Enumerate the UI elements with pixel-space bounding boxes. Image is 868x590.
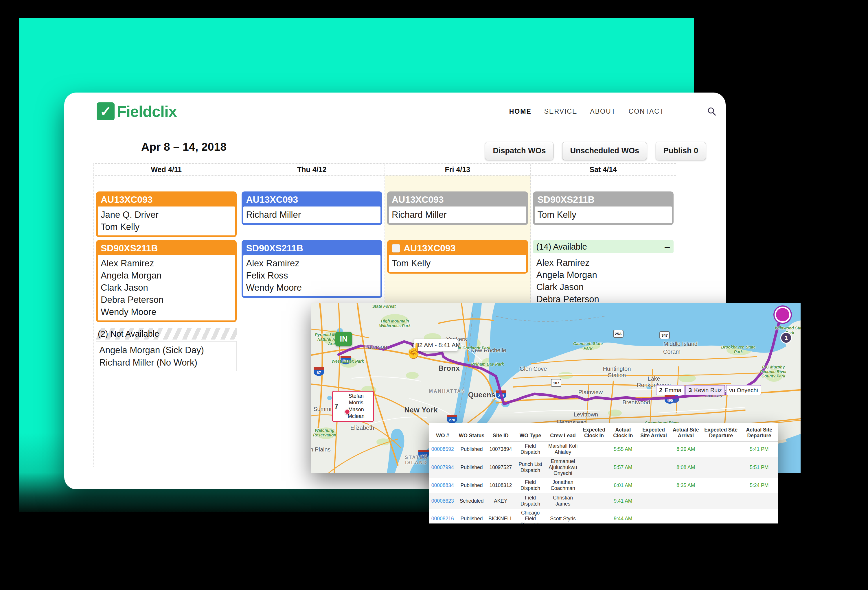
wo-status: Published	[456, 478, 487, 493]
crew-member[interactable]: Angela Morgan	[101, 270, 232, 282]
map-city-label: Elizabeth	[350, 425, 374, 431]
nav-service[interactable]: SERVICE	[544, 108, 577, 115]
map-city-label: Bronx	[438, 364, 460, 373]
screenshot-root: ✓ Fieldclix HOME SERVICE ABOUT CONTACT A…	[0, 0, 868, 590]
site-id: 10073894	[487, 441, 514, 457]
schedule-card[interactable]: SD90XS211B Alex RamirezAngela MorganClar…	[96, 240, 237, 322]
available-member[interactable]: Clark Jason	[536, 281, 670, 293]
available-title: (14) Available	[536, 242, 587, 252]
crew-lead: Christian James	[546, 493, 580, 509]
collapse-available-button[interactable]: –	[664, 242, 670, 252]
available-member[interactable]: Alex Ramirez	[536, 257, 670, 269]
map-park-label: State Forest	[366, 304, 402, 309]
actual-clock-in: 5:57 AM	[608, 457, 638, 478]
crew-member[interactable]: Wendy Moore	[101, 306, 232, 318]
crew-member[interactable]: Tom Kelly	[392, 257, 523, 270]
crew-member[interactable]: Jane Q. Driver	[101, 209, 232, 221]
crew-pin-icon[interactable]	[345, 409, 350, 414]
expected-site-arrival	[638, 478, 670, 493]
actual-site-arrival: 8:26 AM	[670, 441, 702, 457]
schedule-card[interactable]: SD90XS211B Alex RamirezFelix RossWendy M…	[242, 240, 382, 298]
expected-clock-in	[580, 478, 608, 493]
nav-home[interactable]: HOME	[509, 108, 531, 115]
map-park-label: R C Murphy Peconic River County Park	[755, 365, 791, 379]
not-available-header: (2) Not Available	[96, 328, 237, 339]
actual-site-departure: 5:41 PM	[740, 441, 778, 457]
crew-member[interactable]: Alex Ramirez	[246, 257, 378, 270]
calendar-header-row: Wed 4/11 Thu 4/12 Fri 4/13 Sat 4/14	[93, 164, 676, 176]
schedule-card[interactable]: AU13XC093 Tom Kelly	[387, 240, 528, 274]
expected-site-departure	[702, 457, 740, 478]
map-city-label: MANHATTAN	[429, 389, 466, 394]
map-park-label: Pelham Bay Park	[469, 362, 506, 367]
actual-clock-in: 9:41 AM	[608, 493, 638, 509]
actual-site-departure: 5:24 PM	[740, 478, 778, 493]
available-card: (14) Available – Alex RamirezAngela Morg…	[533, 240, 674, 305]
crew-name: Stefan Morris	[348, 393, 364, 406]
map-city-label: Paterson	[364, 344, 387, 350]
map-city-label: Huntington Station	[600, 366, 634, 379]
crew-member[interactable]: Felix Ross	[246, 270, 378, 282]
site-id: 10097527	[487, 457, 514, 478]
card-checkbox[interactable]	[392, 244, 400, 252]
calendar-column-wed: AU13XC093 Jane Q. DriverTom Kelly SD90XS…	[93, 176, 239, 467]
vehicle-id: SD90XS211B	[246, 241, 303, 255]
wo-number[interactable]: 00008216	[429, 509, 456, 524]
crew-member[interactable]: Alex Ramirez	[101, 257, 232, 270]
wo-status: Scheduled	[456, 493, 487, 509]
publish-button[interactable]: Publish 0	[655, 142, 706, 160]
clock-in-marker[interactable]: IN	[335, 332, 352, 346]
search-icon[interactable]	[707, 106, 717, 117]
fieldclix-logo: ✓ Fieldclix	[97, 102, 177, 120]
map-city-label: Glen Cove	[520, 366, 547, 372]
destination-marker[interactable]	[775, 307, 791, 323]
schedule-card[interactable]: AU13XC093 Jane Q. DriverTom Kelly	[96, 192, 237, 237]
vehicle-id: AU13XC093	[246, 193, 298, 206]
map-city-label: h Plains	[311, 446, 331, 453]
crew-lead: Jonathan Coachman	[546, 478, 580, 493]
stop-label[interactable]: 3 Kevin Ruiz	[685, 385, 725, 395]
wo-number[interactable]: 00008834	[429, 478, 456, 493]
unscheduled-wos-button[interactable]: Unscheduled WOs	[562, 142, 647, 160]
vehicle-id: AU13XC093	[101, 193, 153, 206]
schedule-card[interactable]: AU13XC093 Richard Miller	[387, 192, 528, 225]
stop-label[interactable]: 2 Emma	[656, 385, 685, 395]
crew-member[interactable]: Richard Miller	[246, 209, 378, 221]
wo-type: Field Dispatch	[514, 493, 546, 509]
table-header-row: WO # WO Status Site ID WO Type Crew Lead…	[429, 423, 778, 441]
brand-name: Fieldclix	[117, 102, 177, 120]
crew-member[interactable]: Tom Kelly	[537, 209, 669, 221]
not-available-list: Angela Morgan (Sick Day)Richard Miller (…	[96, 341, 237, 371]
schedule-card[interactable]: SD90XS211B Tom Kelly	[533, 192, 674, 225]
expected-site-arrival	[638, 441, 670, 457]
expected-site-departure	[702, 493, 740, 509]
crew-member[interactable]: Debra Peterson	[101, 294, 232, 306]
actual-site-departure	[740, 509, 778, 524]
wo-number[interactable]: 00008592	[429, 441, 456, 457]
vehicle-id: AU13XC093	[392, 193, 444, 206]
wo-row: 00008592Published10073894Field DispatchM…	[429, 441, 778, 457]
wo-row: 00008216PublishedBICKNELLChicago Field D…	[429, 509, 778, 524]
nav-about[interactable]: ABOUT	[590, 108, 616, 115]
expected-site-departure	[702, 509, 740, 524]
actual-clock-in: 5:55 AM	[608, 441, 638, 457]
wo-number[interactable]: 00008623	[429, 493, 456, 509]
crew-lead: Marshall Kofi Ahialey	[546, 441, 580, 457]
destination-stop-number[interactable]: 1	[780, 332, 792, 344]
wo-status: Published	[456, 457, 487, 478]
wo-type: Punch List Dispatch	[514, 457, 546, 478]
crew-member[interactable]: Wendy Moore	[246, 282, 378, 294]
available-member[interactable]: Angela Morgan	[536, 269, 670, 281]
crew-member[interactable]: Richard Miller	[392, 209, 523, 221]
stop-label[interactable]: vu Onyechi	[726, 385, 761, 395]
nav-contact[interactable]: CONTACT	[629, 108, 664, 115]
crew-member[interactable]: Tom Kelly	[101, 221, 232, 233]
wo-row: 00007994Published10097527Punch List Disp…	[429, 457, 778, 478]
map-city-label: Middle Island	[663, 341, 698, 347]
crew-name: Mason Mclean	[348, 407, 365, 419]
dispatch-wos-button[interactable]: Dispatch WOs	[485, 142, 554, 160]
schedule-card[interactable]: AU13XC093 Richard Miller	[242, 192, 382, 225]
crew-member[interactable]: Clark Jason	[101, 282, 232, 294]
wo-number[interactable]: 00007994	[429, 457, 456, 478]
crew-pin-label[interactable]: 7 Stefan Morris Mason Mclean	[332, 391, 374, 422]
